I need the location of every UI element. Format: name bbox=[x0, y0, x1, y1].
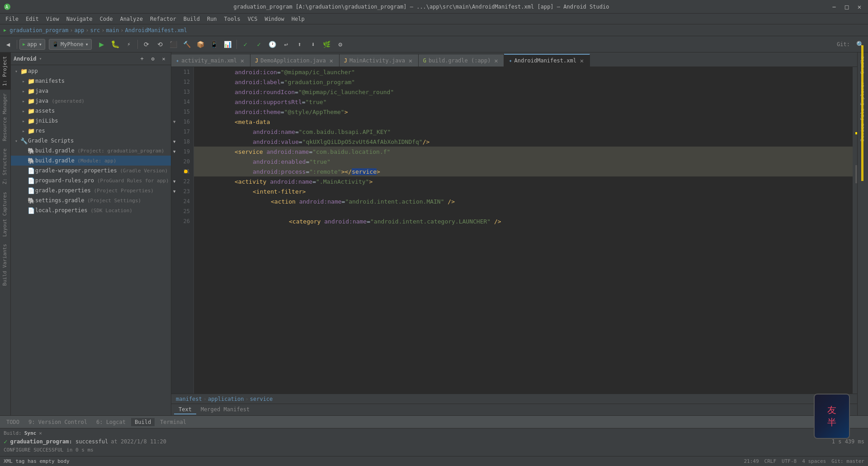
menu-navigate[interactable]: Navigate bbox=[63, 14, 96, 24]
menu-refactor[interactable]: Refactor bbox=[146, 14, 180, 24]
bc-project[interactable]: graduation_program bbox=[9, 27, 68, 33]
menu-build[interactable]: Build bbox=[180, 14, 203, 24]
status-indent[interactable]: 4 spaces bbox=[802, 458, 826, 464]
terminal-tab-btn[interactable]: Terminal bbox=[156, 418, 190, 426]
menu-help[interactable]: Help bbox=[288, 14, 308, 24]
resource-mgr-tab-btn[interactable]: Resource Manager bbox=[0, 90, 10, 145]
menu-window[interactable]: Window bbox=[261, 14, 288, 24]
tab-text[interactable]: Text bbox=[174, 405, 196, 414]
menu-run[interactable]: Run bbox=[203, 14, 221, 24]
tab-close-build-gradle[interactable]: ✕ bbox=[493, 57, 499, 64]
git-more-btn[interactable]: ⚙ bbox=[334, 38, 347, 51]
git-pull-btn[interactable]: ⬇ bbox=[307, 38, 320, 51]
tree-item-proguard[interactable]: 📄 proguard-rules.pro (ProGuard Rules for… bbox=[11, 176, 171, 185]
project-tab-btn[interactable]: 1: Project bbox=[0, 52, 10, 90]
tree-item-settings-gradle[interactable]: 🐘 settings.gradle (Project Settings) bbox=[11, 195, 171, 205]
menu-file[interactable]: File bbox=[2, 14, 22, 24]
tab-close-activity-main[interactable]: ✕ bbox=[239, 57, 245, 64]
git-update-btn[interactable]: ✓ bbox=[253, 38, 265, 51]
line-25: 25 bbox=[171, 206, 193, 216]
bc-main[interactable]: main bbox=[106, 27, 119, 33]
git-check-btn[interactable]: ✓ bbox=[239, 38, 252, 51]
build-project: graduation_program: successful bbox=[10, 438, 108, 445]
tree-item-build-gradle-app[interactable]: 🐘 build.gradle (Module: app) bbox=[11, 156, 171, 166]
status-git-branch[interactable]: Git: master bbox=[831, 458, 864, 464]
version-control-tab-btn[interactable]: 9: Version Control bbox=[25, 418, 91, 426]
left-vertical-tabs: 1: Project Resource Manager Z: Structure… bbox=[0, 52, 11, 415]
tree-item-gradle-scripts[interactable]: ▾ 🔧 Gradle Scripts bbox=[11, 136, 171, 146]
profiler-btn[interactable]: 📊 bbox=[222, 38, 234, 51]
tree-item-gradle-wrapper[interactable]: 📄 gradle-wrapper.properties (Gradle Vers… bbox=[11, 166, 171, 176]
structure-tab-btn[interactable]: Z: Structure bbox=[0, 145, 10, 188]
git-revert-btn[interactable]: ↩ bbox=[280, 38, 292, 51]
tab-merged-manifest[interactable]: Merged Manifest bbox=[196, 405, 254, 414]
window-controls: − □ ✕ bbox=[829, 2, 864, 12]
bc-manifest[interactable]: manifest bbox=[176, 396, 202, 402]
tree-item-java-gen[interactable]: ▸ 📁 java (generated) bbox=[11, 96, 171, 106]
todo-tab-btn[interactable]: TODO bbox=[3, 418, 23, 426]
sync-btn[interactable]: ⟳ bbox=[140, 38, 153, 51]
build-btn[interactable]: 🔨 bbox=[181, 38, 193, 51]
git-branch-btn[interactable]: 🌿 bbox=[321, 38, 333, 51]
code-lines[interactable]: android:icon="@mipmap/ic_launcher" andro… bbox=[194, 67, 853, 394]
code-line-18: android:value="qkUXlgQiLDpO5zvUt64AfAbXo… bbox=[194, 137, 853, 147]
debug-btn[interactable]: 🐛 bbox=[109, 38, 122, 51]
tab-android-manifest[interactable]: ✦ AndroidManifest.xml ✕ bbox=[504, 54, 590, 67]
tree-item-manifests[interactable]: ▸ 📁 manifests bbox=[11, 76, 171, 86]
tab-close-main-activity[interactable]: ✕ bbox=[407, 57, 414, 64]
menu-edit[interactable]: Edit bbox=[22, 14, 42, 24]
tree-item-app[interactable]: ▾ 📁 app bbox=[11, 66, 171, 76]
bc-service[interactable]: service bbox=[250, 396, 273, 402]
git-push-btn[interactable]: ⬆ bbox=[293, 38, 306, 51]
avd-mgr-btn[interactable]: 📱 bbox=[208, 38, 221, 51]
tab-build-gradle[interactable]: G build.gradle (:app) ✕ bbox=[419, 54, 505, 67]
panel-plus-btn[interactable]: + bbox=[137, 54, 146, 63]
status-crlf[interactable]: CRLF bbox=[764, 458, 777, 464]
run-btn[interactable]: ▶ bbox=[95, 38, 108, 51]
tab-activity-main[interactable]: ✦ activity_main.xml ✕ bbox=[171, 54, 250, 67]
back-btn[interactable]: ◀ bbox=[2, 38, 14, 51]
tree-item-assets[interactable]: ▸ 📁 assets bbox=[11, 106, 171, 116]
tree-item-jnilibs[interactable]: ▸ 📁 jniLibs bbox=[11, 116, 171, 126]
code-editor[interactable]: 11 12 13 14 15 ▼16 17 ▼18 ▼19 20 21 bbox=[171, 67, 857, 394]
menu-vcs[interactable]: VCS bbox=[244, 14, 261, 24]
bc-src[interactable]: src bbox=[90, 27, 100, 33]
tree-item-gradle-props[interactable]: 📄 gradle.properties (Project Properties) bbox=[11, 185, 171, 195]
logcat-tab-btn[interactable]: 6: Logcat bbox=[93, 418, 129, 426]
panel-gear-btn[interactable]: ⚙ bbox=[148, 54, 157, 63]
sync-all-btn[interactable]: ⟲ bbox=[154, 38, 166, 51]
tab-demo-app[interactable]: J DemoApplication.java ✕ bbox=[250, 54, 340, 67]
search-everywhere-btn[interactable]: 🔍 bbox=[854, 38, 866, 51]
tree-item-java[interactable]: ▸ 📁 java bbox=[11, 86, 171, 96]
profile-btn[interactable]: ⚡ bbox=[123, 38, 135, 51]
panel-close-btn[interactable]: ✕ bbox=[159, 54, 168, 63]
maximize-button[interactable]: □ bbox=[842, 2, 852, 12]
menu-analyze[interactable]: Analyze bbox=[116, 14, 146, 24]
menu-code[interactable]: Code bbox=[96, 14, 117, 24]
tree-item-local-props[interactable]: 📄 local.properties (SDK Location) bbox=[11, 205, 171, 215]
build-variants-tab-btn[interactable]: Build Variants bbox=[0, 240, 10, 290]
close-button[interactable]: ✕ bbox=[854, 2, 864, 12]
device-dropdown[interactable]: 📱 MyPhone ▾ bbox=[49, 39, 92, 50]
line-16: ▼16 bbox=[171, 117, 193, 127]
menu-tools[interactable]: Tools bbox=[221, 14, 244, 24]
bc-app[interactable]: app bbox=[75, 27, 85, 33]
stop-btn[interactable]: ⬛ bbox=[167, 38, 180, 51]
tab-main-activity[interactable]: J MainActivity.java ✕ bbox=[340, 54, 419, 67]
tab-close-android-manifest[interactable]: ✕ bbox=[579, 57, 585, 64]
bc-application[interactable]: application bbox=[208, 396, 244, 402]
status-encoding[interactable]: UTF-8 bbox=[782, 458, 797, 464]
module-dropdown[interactable]: ▶ app ▾ bbox=[19, 39, 45, 50]
menu-view[interactable]: View bbox=[42, 14, 63, 24]
tree-item-build-gradle-proj[interactable]: 🐘 build.gradle (Project: graduation_prog… bbox=[11, 146, 171, 156]
editor-scrollbar[interactable] bbox=[853, 67, 857, 394]
sdk-mgr-btn[interactable]: 📦 bbox=[194, 38, 207, 51]
tree-item-res[interactable]: ▸ 📁 res bbox=[11, 126, 171, 136]
layout-captures-tab-btn[interactable]: Layout Captures bbox=[0, 188, 10, 240]
git-history-btn[interactable]: 🕐 bbox=[266, 38, 279, 51]
tab-close-demo-app[interactable]: ✕ bbox=[328, 57, 335, 64]
bc-file[interactable]: AndroidManifest.xml bbox=[125, 27, 187, 33]
status-line-col[interactable]: 21:49 bbox=[744, 458, 759, 464]
minimize-button[interactable]: − bbox=[829, 2, 839, 12]
build-tab-btn[interactable]: Build bbox=[131, 418, 155, 426]
